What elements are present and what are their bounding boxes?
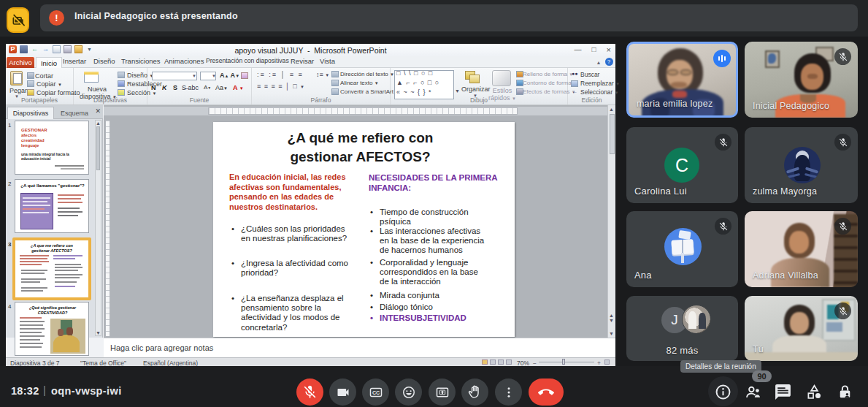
svg-text:CC: CC xyxy=(372,389,379,395)
